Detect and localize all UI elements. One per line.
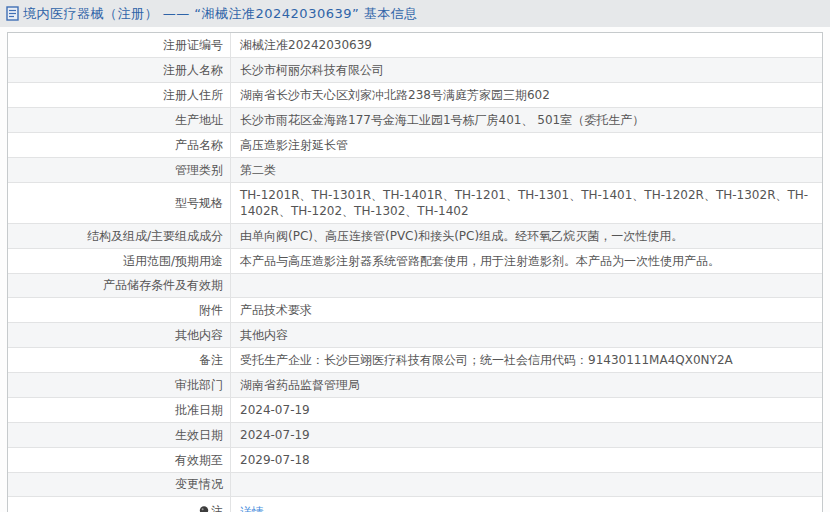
note-label-text: 注 (211, 504, 223, 512)
table-row: 生效日期 2024-07-19 (8, 423, 822, 448)
row-value: 由单向阀(PC)、高压连接管(PVC)和接头(PC)组成。经环氧乙烷灭菌，一次性… (231, 224, 822, 248)
registration-info-table: 注册证编号 湘械注准20242030639 注册人名称 长沙市柯丽尔科技有限公司… (7, 32, 823, 512)
table-row: 注册证编号 湘械注准20242030639 (8, 33, 822, 58)
table-row: 有效期至 2029-07-18 (8, 448, 822, 473)
row-value: 2024-07-19 (231, 423, 822, 447)
row-value: 其他内容 (231, 323, 822, 347)
comment-icon (199, 506, 209, 512)
row-value: 受托生产企业：长沙巨翊医疗科技有限公司；统一社会信用代码：91430111MA4… (231, 348, 822, 372)
table-row: 型号规格 TH-1201R、TH-1301R、TH-1401R、TH-1201、… (8, 183, 822, 224)
table-row: 变更情况 (8, 473, 822, 497)
row-label-note: 注 (8, 497, 231, 512)
row-value: 2024-07-19 (231, 398, 822, 422)
row-value: 湘械注准20242030639 (231, 33, 822, 57)
row-value: 产品技术要求 (231, 298, 822, 322)
row-label: 产品储存条件及有效期 (8, 274, 231, 297)
row-value: 湖南省药品监督管理局 (231, 373, 822, 397)
row-label: 注册人住所 (8, 83, 231, 107)
table-row: 附件 产品技术要求 (8, 298, 822, 323)
row-label: 产品名称 (8, 133, 231, 157)
row-label: 生产地址 (8, 108, 231, 132)
table-row: 结构及组成/主要组成成分 由单向阀(PC)、高压连接管(PVC)和接头(PC)组… (8, 224, 822, 249)
row-label: 其他内容 (8, 323, 231, 347)
row-label: 注册证编号 (8, 33, 231, 57)
page-title-text: 境内医疗器械（注册） —— “湘械注准20242030639” 基本信息 (23, 5, 418, 23)
table-row: 注册人住所 湖南省长沙市天心区刘家冲北路238号满庭芳家园三期602 (8, 83, 822, 108)
table-row: 产品储存条件及有效期 (8, 274, 822, 298)
row-label: 附件 (8, 298, 231, 322)
table-row-note: 注 详情 (8, 497, 822, 512)
table-row: 备注 受托生产企业：长沙巨翊医疗科技有限公司；统一社会信用代码：91430111… (8, 348, 822, 373)
row-value: 本产品与高压造影注射器系统管路配套使用，用于注射造影剂。本产品为一次性使用产品。 (231, 249, 822, 273)
row-label: 批准日期 (8, 398, 231, 422)
row-value (231, 481, 822, 489)
row-label: 变更情况 (8, 473, 231, 496)
row-label: 型号规格 (8, 183, 231, 223)
row-value: 第二类 (231, 158, 822, 182)
row-value: 湖南省长沙市天心区刘家冲北路238号满庭芳家园三期602 (231, 83, 822, 107)
table-row: 批准日期 2024-07-19 (8, 398, 822, 423)
document-icon (6, 6, 19, 21)
table-row: 生产地址 长沙市雨花区金海路177号金海工业园1号栋厂房401、 501室（委托… (8, 108, 822, 133)
row-label: 生效日期 (8, 423, 231, 447)
row-value: 长沙市雨花区金海路177号金海工业园1号栋厂房401、 501室（委托生产） (231, 108, 822, 132)
page-header: 境内医疗器械（注册） —— “湘械注准20242030639” 基本信息 (0, 0, 830, 27)
row-label: 结构及组成/主要组成成分 (8, 224, 231, 248)
row-label: 适用范围/预期用途 (8, 249, 231, 273)
row-label: 备注 (8, 348, 231, 372)
table-row: 其他内容 其他内容 (8, 323, 822, 348)
row-value: TH-1201R、TH-1301R、TH-1401R、TH-1201、TH-13… (231, 183, 822, 223)
row-value (231, 282, 822, 290)
detail-link[interactable]: 详情 (240, 505, 264, 512)
row-label: 有效期至 (8, 448, 231, 472)
row-label: 管理类别 (8, 158, 231, 182)
row-label: 审批部门 (8, 373, 231, 397)
row-value: 高压造影注射延长管 (231, 133, 822, 157)
table-row: 管理类别 第二类 (8, 158, 822, 183)
table-row: 适用范围/预期用途 本产品与高压造影注射器系统管路配套使用，用于注射造影剂。本产… (8, 249, 822, 274)
row-value-note: 详情 (231, 500, 822, 512)
table-row: 审批部门 湖南省药品监督管理局 (8, 373, 822, 398)
table-row: 注册人名称 长沙市柯丽尔科技有限公司 (8, 58, 822, 83)
row-label: 注册人名称 (8, 58, 231, 82)
table-row: 产品名称 高压造影注射延长管 (8, 133, 822, 158)
row-value: 2029-07-18 (231, 448, 822, 472)
page-title: 境内医疗器械（注册） —— “湘械注准20242030639” 基本信息 (6, 5, 418, 23)
row-value: 长沙市柯丽尔科技有限公司 (231, 58, 822, 82)
